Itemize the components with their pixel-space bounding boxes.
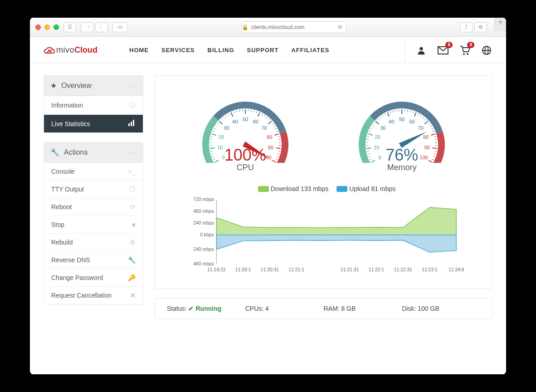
url-text: clients.mivocloud.com	[251, 24, 304, 30]
svg-line-57	[276, 131, 278, 132]
sidebar-item-label: Reverse DNS	[51, 256, 90, 264]
sidebar-item-rebuild[interactable]: Rebuild⚙	[44, 233, 143, 251]
sidebar-item-password[interactable]: Change Password🔑	[44, 269, 143, 286]
status-cell: Status: ✔Running	[167, 305, 245, 312]
new-tab-button[interactable]: ＋	[494, 18, 506, 31]
overview-title: Overview	[61, 82, 92, 90]
reload-icon[interactable]: ⟳	[338, 24, 342, 30]
status-running: Running	[195, 305, 221, 312]
svg-line-96	[385, 114, 386, 116]
info-icon: ⓘ	[129, 101, 136, 109]
nav-affiliates[interactable]: AFFILIATES	[291, 47, 329, 54]
maximize-window-button[interactable]	[54, 24, 59, 30]
svg-line-108	[413, 111, 414, 113]
sidebar-toggle-button[interactable]: ☰	[63, 22, 76, 32]
svg-line-83	[367, 140, 369, 140]
terminal-icon: >_	[128, 168, 136, 175]
forward-button[interactable]: 〉	[95, 22, 108, 32]
sidebar-item-label: Console	[51, 168, 74, 175]
sidebar-item-information[interactable]: Information ⓘ	[44, 96, 143, 114]
sidebar-item-reboot[interactable]: Reboot⟳	[44, 198, 143, 216]
svg-text:80: 80	[267, 134, 272, 140]
status-bar: Status: ✔Running CPUs: 4 RAM: 8 GB Disk:…	[155, 298, 492, 319]
svg-line-44	[253, 110, 254, 112]
svg-text:11:20:1: 11:20:1	[235, 267, 251, 272]
cpu-value: 100%	[189, 146, 302, 165]
svg-line-100	[393, 110, 394, 112]
svg-line-58	[274, 134, 279, 135]
svg-text:20: 20	[218, 134, 224, 140]
download-swatch	[258, 186, 269, 192]
address-bar[interactable]: 🔒 clients.mivocloud.com ⟳	[241, 21, 346, 33]
lock-icon: 🔒	[242, 24, 249, 30]
nav-home[interactable]: HOME	[129, 47, 149, 54]
upload-swatch	[336, 186, 347, 192]
tabs-button[interactable]: ⧉	[474, 22, 487, 32]
minimize-window-button[interactable]	[44, 24, 50, 30]
sidebar-item-label: Information	[51, 102, 83, 109]
svg-line-24	[213, 131, 214, 132]
svg-line-90	[374, 123, 375, 124]
actions-panel: 🔧 Actions ︿ Console>_ TTY Output🖵 Reboot…	[44, 142, 143, 304]
svg-line-51	[268, 119, 269, 120]
share-button[interactable]: ⤴	[460, 22, 473, 32]
svg-line-60	[278, 137, 280, 137]
main: 0102030405060708090100 100% CPU 01020304…	[155, 75, 492, 319]
memory-value: 76%	[345, 146, 458, 165]
svg-line-89	[372, 126, 373, 127]
nav-right: 0 0	[405, 37, 492, 64]
actions-header[interactable]: 🔧 Actions ︿	[44, 142, 143, 162]
nav-support[interactable]: SUPPORT	[247, 47, 279, 54]
back-button[interactable]: 〈	[81, 22, 93, 32]
svg-line-101	[396, 110, 396, 112]
stats-icon	[128, 120, 136, 127]
svg-line-33	[228, 114, 229, 116]
sidebar-item-tty[interactable]: TTY Output🖵	[44, 180, 143, 198]
close-window-button[interactable]	[35, 24, 41, 30]
svg-text:720 mbps: 720 mbps	[193, 197, 214, 202]
svg-line-114	[425, 119, 426, 120]
sidebar-item-stop[interactable]: Stop■	[44, 216, 143, 233]
sidebar-item-label: Rebuild	[51, 239, 73, 246]
nav-billing[interactable]: BILLING	[208, 47, 234, 54]
mail-icon[interactable]: 0	[437, 44, 449, 56]
globe-icon[interactable]	[481, 44, 492, 56]
sidebar-item-live-statistics[interactable]: Live Statistics	[44, 114, 143, 132]
svg-rect-7	[128, 123, 130, 126]
nav-services[interactable]: SERVICES	[161, 47, 195, 54]
svg-line-121	[431, 134, 436, 135]
sidebar-item-console[interactable]: Console>_	[44, 162, 143, 180]
overview-header[interactable]: ★ Overview ︿	[44, 76, 143, 96]
sidebar-item-rdns[interactable]: Reverse DNS🔧	[44, 251, 143, 269]
sidebar-item-cancel[interactable]: Request Cancellation✖	[44, 286, 143, 304]
svg-text:11:21:31: 11:21:31	[341, 267, 359, 272]
gears-icon: ⚙	[130, 239, 136, 246]
svg-line-54	[272, 123, 273, 124]
svg-text:11:21:1: 11:21:1	[288, 267, 304, 272]
chevron-up-icon: ︿	[129, 81, 136, 90]
cancel-icon: ✖	[130, 292, 136, 299]
window-controls	[35, 24, 59, 30]
svg-line-85	[368, 134, 373, 135]
svg-text:0 kbps: 0 kbps	[200, 232, 214, 237]
mail-badge: 0	[445, 42, 453, 48]
svg-line-119	[432, 128, 434, 129]
svg-line-118	[430, 126, 432, 127]
svg-text:40: 40	[232, 119, 238, 124]
user-icon[interactable]	[415, 44, 427, 56]
reader-button[interactable]: ▭	[112, 22, 128, 32]
svg-line-26	[215, 126, 217, 127]
cpus-cell: CPUs: 4	[245, 305, 324, 312]
cart-icon[interactable]: 0	[459, 44, 471, 56]
chevron-up-icon: ︿	[129, 147, 136, 157]
brand-logo[interactable]: mivoCloud	[44, 45, 97, 55]
titlebar: ☰ 〈 〉 ▭ 🔒 clients.mivocloud.com ⟳ ⤴ ⧉ ＋	[30, 18, 506, 37]
svg-rect-8	[131, 122, 132, 126]
svg-line-21	[211, 137, 213, 137]
svg-point-3	[467, 53, 468, 55]
svg-line-94	[380, 117, 381, 118]
gauges-row: 0102030405060708090100 100% CPU 01020304…	[167, 86, 480, 172]
svg-text:11:22:1: 11:22:1	[369, 267, 385, 272]
svg-text:11:24:8: 11:24:8	[448, 267, 464, 272]
cpu-gauge: 0102030405060708090100 100% CPU	[189, 86, 302, 172]
